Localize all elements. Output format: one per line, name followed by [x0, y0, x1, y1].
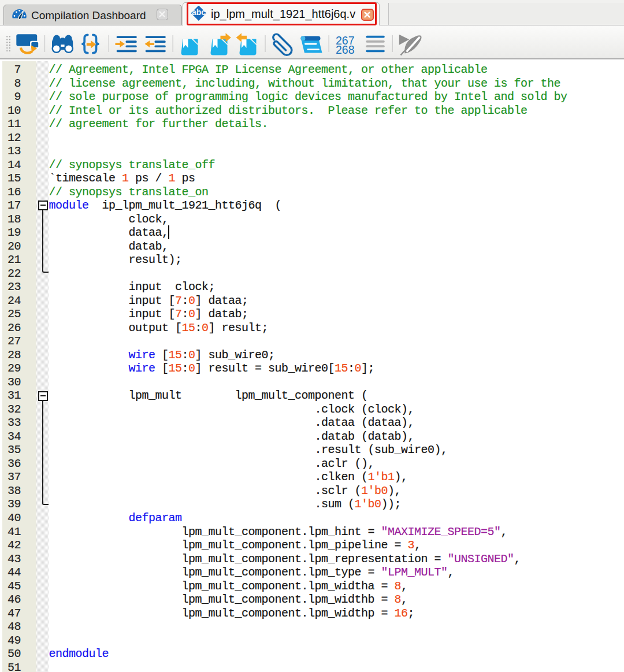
svg-text:268: 268 [336, 43, 355, 56]
svg-text:abc: abc [192, 8, 206, 17]
